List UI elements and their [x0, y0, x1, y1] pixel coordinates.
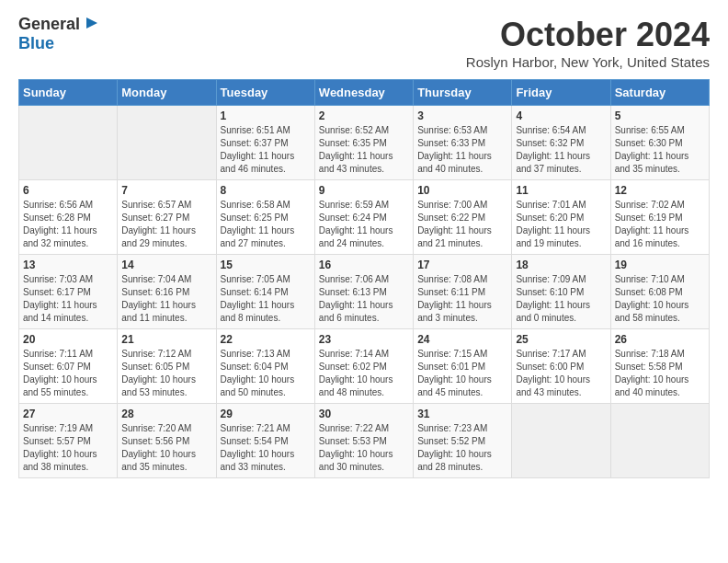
header: General Blue October 2024 Roslyn Harbor,… — [18, 15, 710, 70]
calendar-cell: 12Sunrise: 7:02 AMSunset: 6:19 PMDayligh… — [610, 180, 709, 255]
header-wednesday: Wednesday — [314, 80, 413, 106]
day-info: Sunrise: 7:03 AMSunset: 6:17 PMDaylight:… — [23, 273, 113, 325]
day-number: 6 — [23, 184, 113, 197]
day-number: 17 — [417, 259, 507, 271]
calendar-cell: 23Sunrise: 7:14 AMSunset: 6:02 PMDayligh… — [314, 329, 413, 404]
calendar-cell: 25Sunrise: 7:17 AMSunset: 6:00 PMDayligh… — [512, 329, 610, 404]
month-title: October 2024 — [466, 15, 710, 54]
calendar-cell — [19, 106, 118, 180]
calendar-cell: 22Sunrise: 7:13 AMSunset: 6:04 PMDayligh… — [216, 329, 314, 404]
day-number: 21 — [121, 333, 211, 346]
calendar-week-2: 6Sunrise: 6:56 AMSunset: 6:28 PMDaylight… — [19, 180, 710, 255]
calendar-cell: 20Sunrise: 7:11 AMSunset: 6:07 PMDayligh… — [19, 329, 118, 404]
header-sunday: Sunday — [19, 80, 118, 106]
day-info: Sunrise: 7:17 AMSunset: 6:00 PMDaylight:… — [516, 348, 606, 399]
day-info: Sunrise: 7:19 AMSunset: 5:57 PMDaylight:… — [23, 422, 113, 474]
calendar-cell — [118, 106, 216, 180]
title-section: October 2024 Roslyn Harbor, New York, Un… — [466, 15, 710, 70]
day-info: Sunrise: 7:13 AMSunset: 6:04 PMDaylight:… — [221, 348, 311, 399]
logo-text-blue: Blue — [18, 34, 54, 52]
day-number: 1 — [221, 109, 311, 122]
day-number: 2 — [319, 109, 409, 122]
day-info: Sunrise: 7:15 AMSunset: 6:01 PMDaylight:… — [417, 348, 507, 399]
day-info: Sunrise: 6:52 AMSunset: 6:35 PMDaylight:… — [319, 124, 409, 176]
calendar-cell: 19Sunrise: 7:10 AMSunset: 6:08 PMDayligh… — [610, 255, 709, 329]
calendar-cell — [610, 404, 709, 478]
day-info: Sunrise: 7:02 AMSunset: 6:19 PMDaylight:… — [615, 199, 705, 250]
calendar-week-3: 13Sunrise: 7:03 AMSunset: 6:17 PMDayligh… — [19, 255, 710, 329]
day-info: Sunrise: 7:11 AMSunset: 6:07 PMDaylight:… — [23, 348, 113, 399]
day-info: Sunrise: 7:20 AMSunset: 5:56 PMDaylight:… — [121, 422, 211, 474]
calendar-cell: 13Sunrise: 7:03 AMSunset: 6:17 PMDayligh… — [19, 255, 118, 329]
logo: General Blue — [18, 15, 99, 53]
day-number: 20 — [23, 333, 113, 346]
calendar-cell: 28Sunrise: 7:20 AMSunset: 5:56 PMDayligh… — [118, 404, 216, 478]
header-tuesday: Tuesday — [216, 80, 314, 106]
day-number: 15 — [221, 259, 311, 271]
day-number: 3 — [417, 109, 507, 122]
day-number: 26 — [615, 333, 705, 346]
calendar-cell: 5Sunrise: 6:55 AMSunset: 6:30 PMDaylight… — [610, 106, 709, 180]
day-info: Sunrise: 7:04 AMSunset: 6:16 PMDaylight:… — [121, 273, 211, 325]
logo-text-general: General — [18, 15, 80, 34]
day-info: Sunrise: 7:09 AMSunset: 6:10 PMDaylight:… — [516, 273, 606, 325]
day-number: 14 — [121, 259, 211, 271]
day-number: 4 — [516, 109, 606, 122]
header-thursday: Thursday — [414, 80, 512, 106]
day-info: Sunrise: 6:54 AMSunset: 6:32 PMDaylight:… — [516, 124, 606, 176]
calendar-cell: 21Sunrise: 7:12 AMSunset: 6:05 PMDayligh… — [118, 329, 216, 404]
day-info: Sunrise: 6:56 AMSunset: 6:28 PMDaylight:… — [23, 199, 113, 250]
day-number: 13 — [23, 259, 113, 271]
calendar-cell: 4Sunrise: 6:54 AMSunset: 6:32 PMDaylight… — [512, 106, 610, 180]
calendar-cell: 7Sunrise: 6:57 AMSunset: 6:27 PMDaylight… — [118, 180, 216, 255]
calendar-cell: 3Sunrise: 6:53 AMSunset: 6:33 PMDaylight… — [414, 106, 512, 180]
day-info: Sunrise: 7:06 AMSunset: 6:13 PMDaylight:… — [319, 273, 409, 325]
day-number: 9 — [319, 184, 409, 197]
calendar-cell: 9Sunrise: 6:59 AMSunset: 6:24 PMDaylight… — [314, 180, 413, 255]
calendar-cell: 6Sunrise: 6:56 AMSunset: 6:28 PMDaylight… — [19, 180, 118, 255]
calendar-cell: 14Sunrise: 7:04 AMSunset: 6:16 PMDayligh… — [118, 255, 216, 329]
day-number: 16 — [319, 259, 409, 271]
day-number: 5 — [615, 109, 705, 122]
day-number: 24 — [417, 333, 507, 346]
day-number: 27 — [23, 408, 113, 420]
day-info: Sunrise: 7:22 AMSunset: 5:53 PMDaylight:… — [319, 422, 409, 474]
calendar-cell: 27Sunrise: 7:19 AMSunset: 5:57 PMDayligh… — [19, 404, 118, 478]
day-info: Sunrise: 6:53 AMSunset: 6:33 PMDaylight:… — [417, 124, 507, 176]
day-info: Sunrise: 7:12 AMSunset: 6:05 PMDaylight:… — [121, 348, 211, 399]
day-info: Sunrise: 7:10 AMSunset: 6:08 PMDaylight:… — [615, 273, 705, 325]
logo-arrow-icon — [85, 16, 99, 34]
day-number: 11 — [516, 184, 606, 197]
day-info: Sunrise: 6:59 AMSunset: 6:24 PMDaylight:… — [319, 199, 409, 250]
day-info: Sunrise: 7:01 AMSunset: 6:20 PMDaylight:… — [516, 199, 606, 250]
day-number: 30 — [319, 408, 409, 420]
calendar-table: Sunday Monday Tuesday Wednesday Thursday… — [18, 79, 710, 478]
day-number: 19 — [615, 259, 705, 271]
day-number: 29 — [221, 408, 311, 420]
calendar-cell: 1Sunrise: 6:51 AMSunset: 6:37 PMDaylight… — [216, 106, 314, 180]
day-number: 22 — [221, 333, 311, 346]
day-number: 31 — [417, 408, 507, 420]
day-info: Sunrise: 6:51 AMSunset: 6:37 PMDaylight:… — [221, 124, 311, 176]
day-info: Sunrise: 6:58 AMSunset: 6:25 PMDaylight:… — [221, 199, 311, 250]
header-friday: Friday — [512, 80, 610, 106]
day-number: 25 — [516, 333, 606, 346]
calendar-cell: 15Sunrise: 7:05 AMSunset: 6:14 PMDayligh… — [216, 255, 314, 329]
calendar-cell: 10Sunrise: 7:00 AMSunset: 6:22 PMDayligh… — [414, 180, 512, 255]
calendar-cell: 16Sunrise: 7:06 AMSunset: 6:13 PMDayligh… — [314, 255, 413, 329]
day-number: 18 — [516, 259, 606, 271]
page-container: General Blue October 2024 Roslyn Harbor,… — [0, 0, 728, 488]
calendar-cell: 17Sunrise: 7:08 AMSunset: 6:11 PMDayligh… — [414, 255, 512, 329]
day-info: Sunrise: 7:21 AMSunset: 5:54 PMDaylight:… — [221, 422, 311, 474]
svg-marker-0 — [86, 17, 97, 29]
calendar-cell: 11Sunrise: 7:01 AMSunset: 6:20 PMDayligh… — [512, 180, 610, 255]
day-number: 8 — [221, 184, 311, 197]
header-row: Sunday Monday Tuesday Wednesday Thursday… — [19, 80, 710, 106]
calendar-cell — [512, 404, 610, 478]
calendar-week-5: 27Sunrise: 7:19 AMSunset: 5:57 PMDayligh… — [19, 404, 710, 478]
calendar-cell: 8Sunrise: 6:58 AMSunset: 6:25 PMDaylight… — [216, 180, 314, 255]
calendar-cell: 18Sunrise: 7:09 AMSunset: 6:10 PMDayligh… — [512, 255, 610, 329]
day-number: 23 — [319, 333, 409, 346]
day-info: Sunrise: 7:05 AMSunset: 6:14 PMDaylight:… — [221, 273, 311, 325]
day-number: 7 — [121, 184, 211, 197]
